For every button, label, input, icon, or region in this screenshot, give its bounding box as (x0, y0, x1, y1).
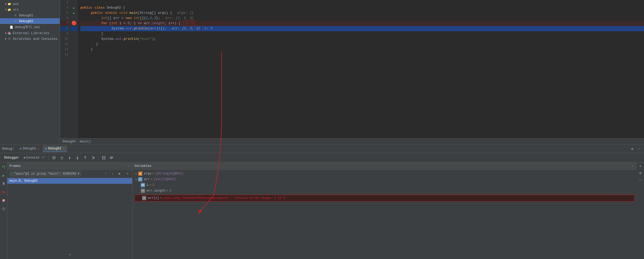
minus-btn[interactable]: − (67, 252, 73, 258)
step-into-icon (68, 156, 71, 160)
debug-tab-debug02[interactable]: ▶ Debug02 ✕ (43, 146, 67, 152)
code-line-7: for (int i = 0; i <= arr.length; i++) { … (80, 21, 644, 26)
debug02-icon: ▶ (45, 147, 47, 150)
force-step-into-btn[interactable] (74, 154, 81, 161)
show-exec-point-btn[interactable] (50, 154, 58, 161)
code-line-10: System.out.println("exit"); (80, 36, 644, 42)
pause-btn[interactable]: ⏸ (0, 180, 7, 187)
vars-menu-btn[interactable]: ≡ (637, 163, 643, 169)
frames-toolbar: ✓ "main"@1 in group "main": RUNNING ▼ ↑ … (7, 170, 132, 178)
sidebar-item-ext-libs[interactable]: ▶ 📚 External Libraries (0, 30, 60, 36)
debug-label: Debug: (2, 147, 14, 151)
var-name-arr: arr (144, 178, 150, 181)
variables-header: Variables ↗ (132, 162, 637, 170)
frame-label: main:8, Debug02 (9, 179, 38, 183)
side-action-bar: ▶ ⏸ ■ (0, 162, 7, 259)
sidebar-item-src[interactable]: ▼ 📁 src (0, 7, 60, 12)
line-numbers: 3 4 5 6 7 8 9 10 11 12 13 (60, 0, 70, 138)
code-line-5: public static void main(String[] args) {… (80, 10, 644, 16)
debugger-tab-btn[interactable]: Debugger (2, 154, 21, 161)
frames-pin-icon[interactable]: ↗ (126, 164, 130, 168)
var-type-icon-i: 01 (141, 183, 145, 187)
variables-panel: Variables ↗ ▶ p args = {String[0]@621} (132, 162, 637, 259)
code-line-8: System.out.println(arr[i]); arr: {1, 2, … (80, 26, 644, 31)
code-line-4: public class Debug02 { (80, 5, 644, 10)
exec-point-icon (52, 156, 56, 160)
frames-list: main:8, Debug02 (7, 178, 132, 251)
frames-panel: Frames ↗ ✓ "main"@1 in group "main": RUN… (7, 162, 132, 259)
breadcrumb-method: main() (80, 140, 91, 143)
sidebar-item-label: debug学习.iml (15, 25, 40, 29)
frame-filter-btn[interactable]: ⊗ (117, 171, 122, 177)
stop-btn[interactable]: ■ (0, 188, 7, 196)
mute-breakpoints-btn[interactable] (0, 205, 7, 212)
code-line-11: } (80, 42, 644, 47)
run-cursor-icon (91, 156, 95, 160)
sidebar-item-out[interactable]: ▶ 📁 out (0, 1, 60, 7)
vars-grid-btn[interactable]: ⊞ (637, 170, 643, 176)
debug01-close[interactable]: ✕ (38, 147, 39, 150)
step-into-btn[interactable] (66, 154, 73, 161)
var-val-arr-i: java.lang.IndexOutOfBoundsException : In… (163, 196, 285, 200)
rerun-btn[interactable] (0, 163, 7, 171)
sidebar-item-iml[interactable]: 📄 debug学习.iml (0, 24, 60, 30)
thread-check-icon: ✓ (11, 172, 13, 176)
debug-tab-bar: Debug: ▶ Debug01 ✕ ▶ Debug02 ✕ ⚙ — (0, 145, 644, 153)
add-frame-btn[interactable]: + (124, 171, 130, 177)
code-line-6: int[] arr = new int[]{1,2,3}; arr: {1, 2… (80, 16, 644, 21)
var-name-args: args (144, 172, 151, 175)
view-breakpoints-btn[interactable] (0, 197, 7, 204)
variables-pin-icon[interactable]: ↗ (631, 164, 635, 168)
run-indicator-4: ▶ (70, 5, 78, 10)
sidebar-item-debug01[interactable]: C Debug01 (0, 12, 60, 18)
frames-title: Frames (9, 164, 21, 168)
console-tab-btn[interactable]: ▶Console →* (22, 154, 47, 161)
frame-down-btn[interactable]: ↓ (110, 171, 116, 177)
run-to-cursor-btn[interactable] (89, 154, 97, 161)
sidebar-item-label: External Libraries (13, 31, 49, 35)
toolbar-separator-2 (98, 155, 99, 160)
evaluate-icon (102, 156, 106, 160)
code-editor: 3 4 5 6 7 8 9 10 11 12 13 ▶ ▶ 🔴 (60, 0, 644, 144)
frames-header: Frames ↗ (7, 162, 132, 170)
sidebar-item-debug02[interactable]: C Debug02 (0, 18, 60, 24)
step-out-btn[interactable] (82, 154, 89, 161)
step-over-btn[interactable] (58, 154, 65, 161)
debug02-close[interactable]: ✕ (63, 147, 64, 150)
minimize-btn[interactable]: — (636, 146, 642, 152)
debug-toolbar: Debugger ▶Console →* (0, 153, 644, 162)
chevron-icon: ▶ (5, 37, 7, 40)
trace-btn[interactable] (108, 154, 115, 161)
run-indicator-5: ▶ (70, 10, 78, 16)
vars-expand-btn[interactable]: ↔ (637, 177, 643, 183)
sidebar-item-label: Scratches and Consoles (13, 37, 58, 41)
var-item-args[interactable]: ▶ p args = {String[0]@621} (132, 171, 637, 176)
var-expand-icon: ▶ (136, 172, 137, 175)
var-item-arr[interactable]: ▶ ≡ arr = {int[3]@622} (132, 176, 637, 182)
svg-point-1 (53, 157, 54, 158)
frame-item-main[interactable]: main:8, Debug02 (7, 178, 132, 184)
evaluate-btn[interactable] (100, 154, 107, 161)
settings-btn[interactable]: ⚙ (629, 146, 635, 152)
code-line-13 (80, 52, 644, 57)
thread-selector[interactable]: ✓ "main"@1 in group "main": RUNNING ▼ (9, 171, 81, 176)
chevron-icon: ▶ (5, 2, 7, 5)
frame-up-btn[interactable]: ↑ (103, 171, 109, 177)
step-out-icon (83, 156, 87, 160)
breadcrumb-file: Debug02 (63, 140, 76, 143)
var-item-arr-length[interactable]: ∞ arr.length = 3 (132, 188, 637, 194)
sidebar-item-scratches[interactable]: ▶ 🗒 Scratches and Consoles (0, 36, 60, 42)
var-item-i[interactable]: 01 i = 3 (132, 182, 637, 188)
debug-tab-debug01[interactable]: ▶ Debug01 ✕ (17, 146, 42, 152)
var-val-i: 3 (152, 183, 154, 187)
var-item-arr-i[interactable]: ∞ arr[i] = java.lang.IndexOutOfBoundsExc… (135, 195, 635, 201)
var-name-arr-length: arr.length (147, 189, 165, 193)
variables-list: ▶ p args = {String[0]@621} ▶ ≡ arr = {in… (132, 170, 637, 259)
resume-btn[interactable]: ▶ (0, 172, 7, 179)
ext-libs-icon: 📚 (7, 31, 11, 35)
debug-body: ▶ ⏸ ■ Frames ↗ (0, 162, 644, 259)
var-val-arr: {int[3]@622} (154, 178, 176, 181)
var-name-i: i (147, 183, 148, 187)
right-action-bar: ≡ ⊞ ↔ (637, 162, 644, 259)
java-file-icon: C (14, 19, 18, 23)
